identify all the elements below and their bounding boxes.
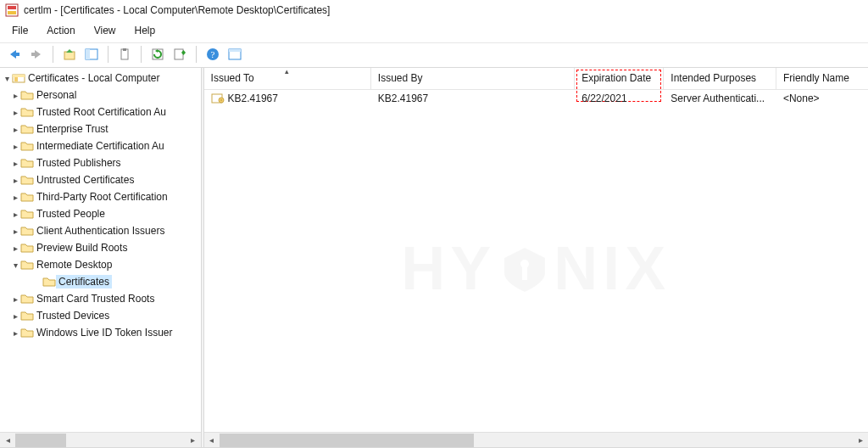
menu-view[interactable]: View xyxy=(86,22,125,39)
cell-friendly: <None> xyxy=(776,92,868,104)
tree-item-label: Windows Live ID Token Issuer xyxy=(34,326,175,339)
certificate-icon xyxy=(211,92,225,104)
list-pane: ▴ Issued To Issued By Expiration Date In… xyxy=(204,68,868,447)
tree-item[interactable]: ▸Trusted Devices xyxy=(0,307,201,324)
svg-point-22 xyxy=(520,260,529,268)
forward-button[interactable] xyxy=(27,45,46,64)
show-hide-tree-button[interactable] xyxy=(82,45,101,64)
menu-bar: File Action View Help xyxy=(0,20,868,42)
up-button[interactable] xyxy=(60,45,79,64)
scroll-left-button[interactable]: ◂ xyxy=(204,434,220,447)
tree-item[interactable]: ▸Trusted People xyxy=(0,205,201,222)
column-headers: ▴ Issued To Issued By Expiration Date In… xyxy=(204,68,868,90)
col-issued-by[interactable]: Issued By xyxy=(371,68,575,89)
chevron-down-icon[interactable]: ▾ xyxy=(10,260,20,270)
help-button[interactable]: ? xyxy=(203,45,222,64)
tree-root[interactable]: ▾ Certificates - Local Computer xyxy=(0,70,201,87)
toolbar-separator xyxy=(141,46,142,63)
folder-icon xyxy=(20,310,34,322)
col-friendly-name[interactable]: Friendly Name xyxy=(776,68,868,89)
chevron-right-icon[interactable]: ▸ xyxy=(10,159,20,168)
menu-action[interactable]: Action xyxy=(38,22,83,39)
tree-item[interactable]: ▸Enterprise Trust xyxy=(0,120,201,137)
tree-root-label: Certificates - Local Computer xyxy=(25,71,162,85)
menu-help[interactable]: Help xyxy=(126,22,164,39)
col-label: Issued To xyxy=(211,72,254,84)
app-icon xyxy=(5,3,19,17)
back-button[interactable] xyxy=(5,45,24,64)
scroll-thumb[interactable] xyxy=(220,434,474,447)
chevron-right-icon[interactable]: ▸ xyxy=(10,176,20,185)
sort-asc-icon: ▴ xyxy=(285,68,289,76)
chevron-right-icon[interactable]: ▸ xyxy=(10,311,20,321)
tree-pane: ▾ Certificates - Local Computer ▸Persona… xyxy=(0,68,201,447)
folder-icon xyxy=(20,293,34,305)
properties-button[interactable] xyxy=(225,45,244,64)
cert-tree[interactable]: ▾ Certificates - Local Computer ▸Persona… xyxy=(0,68,201,432)
chevron-right-icon[interactable]: ▸ xyxy=(10,108,20,117)
tree-item[interactable]: ▸Smart Card Trusted Roots xyxy=(0,290,201,307)
tree-item[interactable]: ▸Third-Party Root Certification xyxy=(0,188,201,205)
tree-item-certificates[interactable]: Certificates xyxy=(0,273,201,290)
tree-item[interactable]: ▸Preview Build Roots xyxy=(0,239,201,256)
folder-icon xyxy=(20,174,34,186)
tree-item[interactable]: ▸Windows Live ID Token Issuer xyxy=(0,324,201,341)
tree-item-label: Trusted Root Certification Au xyxy=(34,105,169,119)
folder-icon xyxy=(20,259,34,271)
cell-text: KB2.41967 xyxy=(228,92,278,104)
chevron-right-icon[interactable]: ▸ xyxy=(10,210,20,219)
tree-item[interactable]: ▸Personal xyxy=(0,87,201,104)
tree-item[interactable]: ▸Intermediate Certification Au xyxy=(0,137,201,154)
col-intended-purposes[interactable]: Intended Purposes xyxy=(664,68,776,89)
tree-item[interactable]: ▾Remote Desktop xyxy=(0,256,201,273)
tree-item-label: Remote Desktop xyxy=(34,258,114,272)
col-expiration-date[interactable]: Expiration Date xyxy=(575,68,664,89)
toolbar: ? xyxy=(0,42,868,68)
chevron-right-icon[interactable]: ▸ xyxy=(10,294,20,304)
scroll-right-button[interactable]: ▸ xyxy=(853,434,868,447)
copy-button[interactable] xyxy=(115,45,134,64)
tree-item[interactable]: ▸Trusted Root Certification Au xyxy=(0,104,201,120)
svg-rect-3 xyxy=(15,53,19,56)
watermark: HYNIX xyxy=(401,233,670,303)
folder-icon xyxy=(20,208,34,220)
svg-rect-11 xyxy=(175,49,183,59)
window: certlm - [Certificates - Local Computer\… xyxy=(0,0,868,448)
tree-item[interactable]: ▸Client Authentication Issuers xyxy=(0,222,201,239)
tree-item-label: Personal xyxy=(34,88,79,102)
table-row[interactable]: KB2.41967 KB2.41967 6/22/2021 Server Aut… xyxy=(204,90,868,107)
col-label: Issued By xyxy=(378,72,423,84)
toolbar-separator xyxy=(196,46,197,63)
col-issued-to[interactable]: ▴ Issued To xyxy=(204,68,371,89)
list-body[interactable]: KB2.41967 KB2.41967 6/22/2021 Server Aut… xyxy=(204,90,868,432)
scroll-thumb[interactable] xyxy=(15,434,66,447)
chevron-right-icon[interactable]: ▸ xyxy=(10,91,20,100)
refresh-button[interactable] xyxy=(148,45,167,64)
main-area: ▾ Certificates - Local Computer ▸Persona… xyxy=(0,68,868,447)
svg-rect-1 xyxy=(8,6,16,9)
chevron-right-icon[interactable]: ▸ xyxy=(10,227,20,236)
tree-item[interactable]: ▸Trusted Publishers xyxy=(0,154,201,171)
tree-item-label: Smart Card Trusted Roots xyxy=(34,292,157,305)
chevron-right-icon[interactable]: ▸ xyxy=(10,328,20,338)
list-horizontal-scrollbar[interactable]: ◂ ▸ xyxy=(204,432,868,447)
folder-icon xyxy=(20,327,34,339)
scroll-left-button[interactable]: ◂ xyxy=(0,434,15,447)
tree-horizontal-scrollbar[interactable]: ◂ ▸ xyxy=(0,432,201,447)
folder-icon xyxy=(20,140,34,152)
svg-rect-9 xyxy=(123,48,126,51)
window-title: certlm - [Certificates - Local Computer\… xyxy=(24,4,330,16)
svg-rect-15 xyxy=(229,49,241,52)
chevron-right-icon[interactable]: ▸ xyxy=(10,244,20,253)
scroll-right-button[interactable]: ▸ xyxy=(186,434,201,447)
chevron-right-icon[interactable]: ▸ xyxy=(10,193,20,202)
tree-item[interactable]: ▸Untrusted Certificates xyxy=(0,171,201,188)
tree-item-label: Client Authentication Issuers xyxy=(34,224,167,238)
chevron-right-icon[interactable]: ▸ xyxy=(10,142,20,151)
svg-rect-18 xyxy=(14,77,18,81)
svg-rect-2 xyxy=(8,11,16,14)
chevron-right-icon[interactable]: ▸ xyxy=(10,125,20,134)
tree-item-label: Trusted People xyxy=(34,207,108,221)
menu-file[interactable]: File xyxy=(3,22,36,39)
export-button[interactable] xyxy=(170,45,189,64)
